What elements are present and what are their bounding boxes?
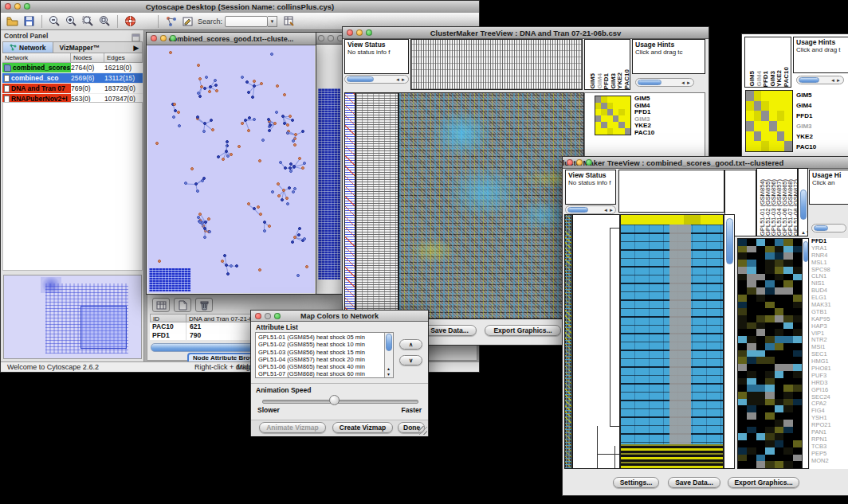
settings-button[interactable]: Settings... (613, 477, 659, 488)
gene-label[interactable]: HAP3 (811, 323, 848, 330)
network-node[interactable] (204, 221, 207, 224)
network-node[interactable] (253, 118, 256, 121)
select-attributes-icon[interactable] (152, 298, 170, 312)
open-folder-icon[interactable] (5, 14, 20, 29)
network-node[interactable] (294, 133, 297, 136)
zoom-window-icon[interactable] (366, 29, 372, 36)
gene-label[interactable]: MSI1 (811, 344, 848, 351)
save-icon[interactable] (22, 14, 37, 29)
zoom-column-label[interactable]: PAC10 (624, 69, 630, 89)
network-node[interactable] (201, 179, 204, 182)
zoom-row-label[interactable]: PAC10 (634, 130, 669, 137)
network-node[interactable] (285, 197, 289, 200)
gene-label[interactable]: BUD4 (811, 287, 848, 295)
network-node[interactable] (190, 167, 194, 170)
zoom-vscrollbar[interactable] (802, 238, 809, 469)
zoom-column-label[interactable]: GIM3 (770, 71, 776, 87)
network-node[interactable] (207, 217, 210, 221)
gene-label[interactable]: GTB1 (811, 309, 848, 316)
network-node[interactable] (293, 187, 296, 190)
resize-grip[interactable] (418, 426, 427, 435)
gene-label[interactable]: PUF3 (811, 373, 848, 380)
animation-speed-slider-thumb[interactable] (329, 395, 340, 405)
network-node[interactable] (289, 115, 292, 118)
network-node[interactable] (253, 207, 256, 210)
network-node[interactable] (158, 260, 161, 263)
network-node[interactable] (203, 122, 206, 125)
network-node[interactable] (169, 51, 172, 54)
create-vizmap-button[interactable]: Create Vizmap (332, 422, 393, 433)
zoom-column-label[interactable]: PAC10 (783, 67, 790, 87)
export-graphics-button[interactable]: Export Graphics... (485, 325, 561, 336)
row-dendrogram[interactable] (572, 214, 620, 469)
treeview2-titlebar[interactable]: ClusterMaker TreeView : combined_scores_… (563, 157, 848, 169)
network-node[interactable] (244, 119, 247, 122)
gene-label[interactable]: PEP5 (811, 451, 848, 458)
network-node[interactable] (226, 154, 230, 158)
minimize-icon[interactable] (356, 29, 363, 36)
network-node[interactable] (230, 153, 233, 156)
scroll-up-icon[interactable]: ▲ (387, 366, 391, 371)
network-node[interactable] (258, 268, 261, 272)
network-node[interactable] (292, 139, 295, 143)
global-pixel-strip[interactable] (564, 214, 572, 469)
network-canvas[interactable] (147, 45, 315, 293)
col-edges[interactable]: Edges (104, 53, 143, 63)
attribute-item[interactable]: GPL51-07 (GSM868) heat shock 60 min (258, 370, 393, 377)
col-id[interactable]: ID (150, 314, 186, 322)
network-node[interactable] (277, 182, 280, 186)
network-node[interactable] (258, 159, 261, 162)
scroll-arrows-icon[interactable]: ▲▼ (801, 230, 808, 235)
tab-vizmapper[interactable]: VizMapper™ (53, 42, 107, 53)
network-node[interactable] (197, 64, 200, 67)
close-icon[interactable] (5, 3, 11, 10)
gene-label[interactable]: RPO21 (811, 422, 848, 429)
network-node[interactable] (225, 264, 228, 267)
overview-viewport-rectangle[interactable] (80, 306, 127, 349)
zoom-row-label[interactable]: PAC10 (796, 142, 828, 152)
annotation-icon[interactable] (180, 14, 195, 29)
network-node[interactable] (263, 229, 266, 232)
network-node[interactable] (288, 186, 291, 189)
network-node[interactable] (241, 76, 244, 79)
window-controls[interactable] (318, 35, 343, 41)
gene-label[interactable]: NIS1 (811, 280, 848, 287)
usage-hints-hscrollbar[interactable]: ◄► (635, 78, 694, 87)
export-graphics-button[interactable]: Export Graphics... (728, 477, 799, 488)
network-node[interactable] (279, 161, 282, 164)
network-node[interactable] (298, 227, 301, 230)
scroll-arrows-icon[interactable]: ◄► (395, 77, 406, 82)
minimize-icon[interactable] (265, 313, 271, 319)
gene-label[interactable]: CLN1 (811, 273, 848, 280)
minimize-icon[interactable] (328, 35, 334, 41)
network-node[interactable] (291, 240, 294, 244)
network-node[interactable] (270, 53, 273, 56)
zoom-selected-icon[interactable] (97, 14, 112, 29)
delete-attribute-trash-icon[interactable] (195, 298, 213, 312)
close-icon[interactable] (151, 35, 157, 41)
gene-label[interactable]: PFD1 (811, 238, 848, 245)
gene-label[interactable]: MON2 (811, 458, 848, 465)
network-node[interactable] (286, 123, 289, 127)
scroll-arrows-icon[interactable]: ◄► (681, 80, 692, 85)
network-node[interactable] (223, 254, 226, 257)
gene-label[interactable]: GPI16 (811, 387, 848, 394)
search-dropdown-icon[interactable]: ▼ (268, 16, 277, 27)
gene-label[interactable]: NTR2 (811, 337, 848, 344)
network-node[interactable] (202, 130, 206, 133)
global-pixel-strip[interactable] (344, 92, 355, 319)
network-node[interactable] (289, 162, 292, 166)
network-node[interactable] (257, 205, 260, 209)
network-node[interactable] (203, 236, 206, 239)
global-heatmap[interactable] (620, 214, 724, 469)
heatmap-vscrollbar[interactable] (724, 214, 735, 469)
global-heatmap[interactable] (398, 92, 584, 319)
network-view-titlebar[interactable]: combined_scores_good.txt--cluste... (147, 33, 316, 45)
network-node[interactable] (261, 139, 265, 142)
network-overview-panel[interactable] (3, 275, 142, 359)
scroll-arrows-icon[interactable]: ◄► (603, 208, 614, 213)
new-attribute-icon[interactable] (174, 298, 191, 312)
network-node[interactable] (298, 157, 301, 160)
network-node[interactable] (245, 80, 249, 84)
gene-label[interactable]: SPC98 (811, 267, 848, 274)
